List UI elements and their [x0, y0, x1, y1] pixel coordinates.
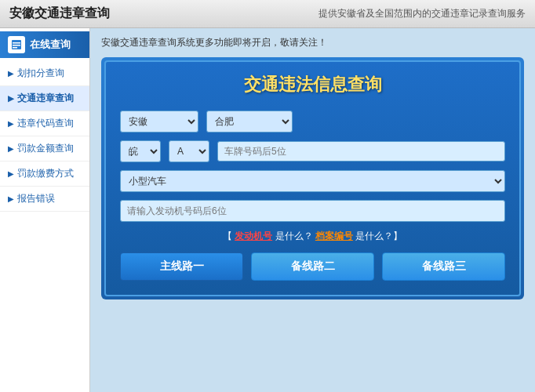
sidebar-item-violations[interactable]: ▶ 交通违章查询: [0, 86, 89, 111]
prefix2-select[interactable]: A B C D E F: [169, 140, 209, 162]
arrow-icon: ▶: [8, 169, 14, 178]
prefix1-select[interactable]: 皖 京 沪: [120, 140, 161, 162]
sidebar-item-label: 报告错误: [17, 192, 55, 205]
sidebar-header: 在线查询: [0, 31, 89, 58]
sidebar: 在线查询 ▶ 划扣分查询 ▶ 交通违章查询 ▶ 违章代码查询 ▶ 罚款金额查询 …: [0, 28, 90, 392]
arrow-icon: ▶: [8, 69, 14, 78]
svg-rect-1: [13, 42, 20, 44]
sidebar-item-deductions[interactable]: ▶ 划扣分查询: [0, 61, 89, 86]
svg-rect-2: [13, 45, 20, 46]
engine-row: [120, 200, 505, 222]
arrow-icon: ▶: [8, 119, 14, 128]
hint-text-1: 是什么？: [275, 230, 315, 241]
sidebar-header-label: 在线查询: [30, 38, 71, 52]
arrow-icon: ▶: [8, 144, 14, 153]
hint-bracket-open: 【: [223, 230, 232, 241]
cartype-select[interactable]: 小型汽车 大型汽车 摩托车: [120, 170, 505, 192]
btn-main-route[interactable]: 主线路一: [120, 252, 243, 281]
arrow-icon: ▶: [8, 94, 14, 103]
plate-input[interactable]: [217, 141, 505, 162]
cartype-row: 小型汽车 大型汽车 摩托车: [120, 170, 505, 192]
hint-row: 【 发动机号 是什么？ 档案编号 是什么？】: [120, 230, 505, 243]
province-select[interactable]: 安徽 北京 上海: [120, 111, 198, 132]
province-city-row: 安徽 北京 上海 合肥 芜湖 马鞍山: [120, 111, 505, 132]
query-panel-inner: 交通违法信息查询 安徽 北京 上海 合肥 芜湖 马鞍山: [104, 60, 521, 296]
sidebar-item-codes[interactable]: ▶ 违章代码查询: [0, 111, 89, 136]
sidebar-icon: [8, 36, 25, 53]
sidebar-item-label: 罚款缴费方式: [17, 167, 74, 180]
content-area: 安徽交通违章查询系统更多功能即将开启，敬请关注！ 交通违法信息查询 安徽 北京 …: [90, 28, 535, 392]
main-layout: 在线查询 ▶ 划扣分查询 ▶ 交通违章查询 ▶ 违章代码查询 ▶ 罚款金额查询 …: [0, 28, 535, 392]
engine-input[interactable]: [120, 200, 505, 222]
plate-row: 皖 京 沪 A B C D E F: [120, 140, 505, 162]
sidebar-item-payment[interactable]: ▶ 罚款缴费方式: [0, 162, 89, 187]
hint-link-archive[interactable]: 档案编号: [315, 230, 353, 241]
svg-rect-3: [13, 47, 17, 49]
button-row: 主线路一 备线路二 备线路三: [120, 252, 505, 281]
header-subtitle: 提供安徽省及全国范围内的交通违章记录查询服务: [318, 7, 526, 20]
btn-backup-route2[interactable]: 备线路二: [251, 252, 374, 281]
header-title: 安徽交通违章查询: [9, 5, 110, 22]
sidebar-item-label: 划扣分查询: [17, 67, 64, 80]
hint-link-engine[interactable]: 发动机号: [235, 230, 272, 241]
sidebar-item-label: 罚款金额查询: [17, 142, 74, 155]
panel-title: 交通违法信息查询: [120, 73, 505, 96]
sidebar-item-label: 交通违章查询: [17, 92, 74, 105]
sidebar-item-report[interactable]: ▶ 报告错误: [0, 187, 89, 212]
sidebar-item-fines[interactable]: ▶ 罚款金额查询: [0, 136, 89, 162]
header: 安徽交通违章查询 提供安徽省及全国范围内的交通违章记录查询服务: [0, 0, 535, 28]
btn-backup-route3[interactable]: 备线路三: [382, 252, 505, 281]
arrow-icon: ▶: [8, 194, 14, 203]
query-panel: 交通违法信息查询 安徽 北京 上海 合肥 芜湖 马鞍山: [101, 57, 524, 299]
sidebar-item-label: 违章代码查询: [17, 117, 74, 130]
notice-text: 安徽交通违章查询系统更多功能即将开启，敬请关注！: [101, 36, 524, 49]
hint-text-2: 是什么？】: [355, 230, 402, 241]
city-select[interactable]: 合肥 芜湖 马鞍山: [206, 111, 293, 132]
